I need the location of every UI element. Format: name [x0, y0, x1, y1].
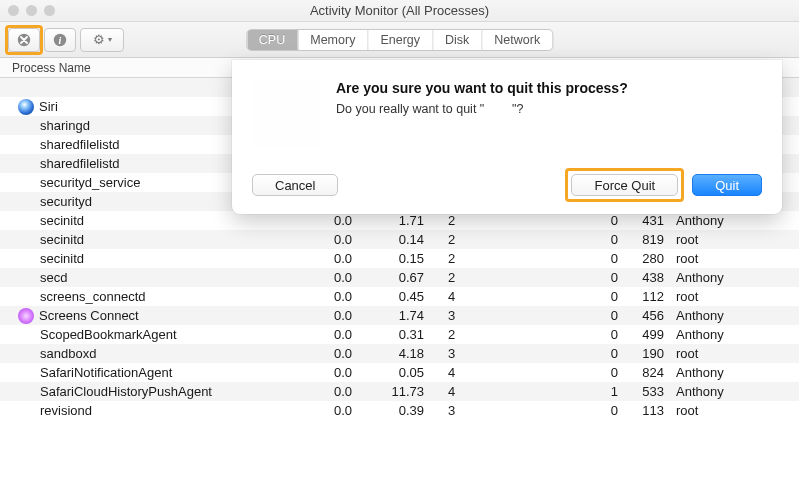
window-controls — [8, 5, 55, 16]
dialog-message: Do you really want to quit " "? — [336, 102, 762, 116]
tab-energy[interactable]: Energy — [368, 30, 433, 50]
cell-c5: 499 — [618, 327, 670, 342]
table-row[interactable]: secd0.00.6720438Anthony — [0, 268, 799, 287]
stop-process-button[interactable] — [8, 28, 40, 52]
cell-c2: 1.71 — [368, 213, 440, 228]
cell-c4: 0 — [578, 346, 618, 361]
cell-c4: 0 — [578, 403, 618, 418]
quit-process-dialog: Are you sure you want to quit this proce… — [232, 60, 782, 214]
cell-c2: 0.45 — [368, 289, 440, 304]
cell-c1: 0.0 — [300, 213, 368, 228]
quit-button[interactable]: Quit — [692, 174, 762, 196]
cell-c4: 0 — [578, 289, 618, 304]
cell-c4: 0 — [578, 251, 618, 266]
cell-user: Anthony — [670, 213, 799, 228]
process-name: sandboxd — [0, 346, 300, 361]
cell-c1: 0.0 — [300, 289, 368, 304]
cell-c2: 11.73 — [368, 384, 440, 399]
cell-c3: 2 — [440, 251, 508, 266]
cell-c3: 2 — [440, 232, 508, 247]
cell-c2: 0.39 — [368, 403, 440, 418]
toolbar: i ⚙ ▾ CPU Memory Energy Disk Network — [0, 22, 799, 58]
app-icon — [18, 308, 34, 324]
cell-c1: 0.0 — [300, 251, 368, 266]
table-row[interactable]: SafariCloudHistoryPushAgent0.011.7341533… — [0, 382, 799, 401]
tab-cpu[interactable]: CPU — [247, 30, 298, 50]
cell-c4: 0 — [578, 232, 618, 247]
cell-user: Anthony — [670, 365, 799, 380]
cell-c1: 0.0 — [300, 403, 368, 418]
cell-c4: 0 — [578, 270, 618, 285]
cell-c5: 819 — [618, 232, 670, 247]
close-window-icon[interactable] — [8, 5, 19, 16]
cell-c5: 438 — [618, 270, 670, 285]
cell-c5: 533 — [618, 384, 670, 399]
tab-disk[interactable]: Disk — [433, 30, 482, 50]
cell-c2: 4.18 — [368, 346, 440, 361]
cell-c1: 0.0 — [300, 346, 368, 361]
app-icon — [18, 99, 34, 115]
zoom-window-icon[interactable] — [44, 5, 55, 16]
cell-c3: 3 — [440, 346, 508, 361]
cell-user: root — [670, 289, 799, 304]
cell-c4: 0 — [578, 213, 618, 228]
cell-c3: 2 — [440, 270, 508, 285]
process-name: secinitd — [0, 213, 300, 228]
cell-c2: 0.31 — [368, 327, 440, 342]
minimize-window-icon[interactable] — [26, 5, 37, 16]
cell-c5: 113 — [618, 403, 670, 418]
dialog-heading: Are you sure you want to quit this proce… — [336, 80, 762, 96]
force-quit-button[interactable]: Force Quit — [571, 174, 678, 196]
cell-c3: 2 — [440, 327, 508, 342]
table-row[interactable]: sandboxd0.04.1830190root — [0, 344, 799, 363]
info-icon: i — [52, 32, 68, 48]
process-name: secinitd — [0, 232, 300, 247]
stop-icon — [16, 32, 32, 48]
tab-memory[interactable]: Memory — [298, 30, 368, 50]
cell-c1: 0.0 — [300, 365, 368, 380]
cell-c4: 1 — [578, 384, 618, 399]
cell-user: root — [670, 251, 799, 266]
cell-c5: 431 — [618, 213, 670, 228]
cell-c5: 190 — [618, 346, 670, 361]
table-row[interactable]: screens_connectd0.00.4540112root — [0, 287, 799, 306]
cell-user: Anthony — [670, 384, 799, 399]
table-row[interactable]: revisiond0.00.3930113root — [0, 401, 799, 420]
cell-user: root — [670, 403, 799, 418]
cell-c5: 112 — [618, 289, 670, 304]
process-name: SafariNotificationAgent — [0, 365, 300, 380]
table-row[interactable]: secinitd0.00.1420819root — [0, 230, 799, 249]
cell-c1: 0.0 — [300, 327, 368, 342]
table-row[interactable]: SafariNotificationAgent0.00.0540824Antho… — [0, 363, 799, 382]
table-row[interactable]: Screens Connect0.01.7430456Anthony — [0, 306, 799, 325]
view-tabs: CPU Memory Energy Disk Network — [246, 29, 553, 51]
process-name: screens_connectd — [0, 289, 300, 304]
process-name: ScopedBookmarkAgent — [0, 327, 300, 342]
cell-user: root — [670, 232, 799, 247]
cell-c3: 4 — [440, 365, 508, 380]
cell-c1: 0.0 — [300, 384, 368, 399]
cell-c1: 0.0 — [300, 270, 368, 285]
cell-c3: 2 — [440, 213, 508, 228]
window-titlebar: Activity Monitor (All Processes) — [0, 0, 799, 22]
cell-c3: 3 — [440, 308, 508, 323]
settings-menu-button[interactable]: ⚙ ▾ — [80, 28, 124, 52]
chevron-down-icon: ▾ — [108, 35, 112, 44]
cell-c4: 0 — [578, 327, 618, 342]
table-row[interactable]: secinitd0.00.1520280root — [0, 249, 799, 268]
cell-c5: 824 — [618, 365, 670, 380]
process-name: Siri — [39, 99, 58, 114]
cell-c4: 0 — [578, 365, 618, 380]
cell-c4: 0 — [578, 308, 618, 323]
cell-c3: 4 — [440, 384, 508, 399]
table-row[interactable]: ScopedBookmarkAgent0.00.3120499Anthony — [0, 325, 799, 344]
process-name: SafariCloudHistoryPushAgent — [0, 384, 300, 399]
process-name: secinitd — [0, 251, 300, 266]
cancel-button[interactable]: Cancel — [252, 174, 338, 196]
cell-user: Anthony — [670, 270, 799, 285]
cell-c5: 456 — [618, 308, 670, 323]
dialog-app-icon — [252, 80, 320, 148]
inspect-process-button[interactable]: i — [44, 28, 76, 52]
cell-c3: 3 — [440, 403, 508, 418]
tab-network[interactable]: Network — [482, 30, 552, 50]
